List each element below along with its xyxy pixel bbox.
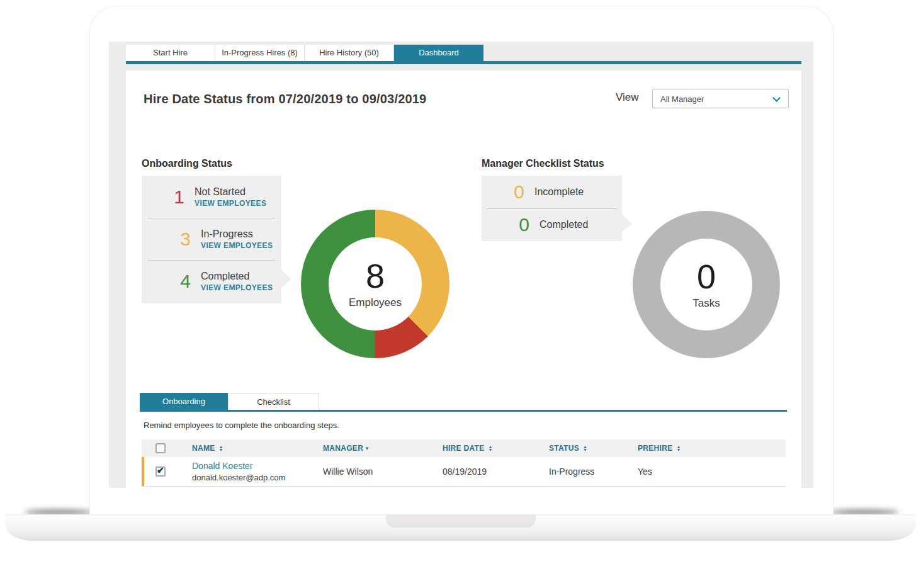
tab-in-progress-hires[interactable]: In-Progress Hires (8) [215, 45, 305, 61]
sort-desc-icon: ▼ [364, 446, 370, 451]
hire-date-cell: 08/19/2019 [430, 466, 536, 477]
tab-hire-history[interactable]: Hire History (50) [305, 45, 394, 61]
manager-checklist-callout: 0 Incomplete 0 Completed [482, 176, 622, 241]
column-header-status[interactable]: STATUS ▲▼ [536, 444, 625, 453]
completed-count: 4 [148, 271, 191, 292]
employees-donut-label: Employees [349, 297, 402, 309]
tasks-donut-label: Tasks [692, 297, 720, 310]
top-tab-bar: Start Hire In-Progress Hires (8) Hire Hi… [126, 45, 483, 61]
app-screen: Start Hire In-Progress Hires (8) Hire Hi… [109, 42, 813, 488]
laptop-base [5, 514, 916, 541]
tab-checklist[interactable]: Checklist [228, 393, 319, 410]
callout-arrow-icon [622, 215, 632, 232]
completed-label: Completed [201, 271, 273, 282]
onboarding-status-callout: 1 Not Started VIEW EMPLOYEES 3 In-Progre… [142, 176, 281, 303]
tab-underline [126, 61, 801, 64]
column-header-name[interactable]: NAME ▲▼ [179, 444, 310, 453]
manager-cell: Willie Wilson [310, 466, 430, 477]
column-header-prehire[interactable]: PREHIRE ▲▼ [625, 444, 786, 453]
lower-tab-underline [140, 410, 787, 412]
checklist-row-incomplete: 0 Incomplete [482, 176, 622, 208]
laptop-base-notch [386, 514, 536, 528]
dashboard-panel: Hire Date Status from 07/20/2019 to 09/0… [126, 71, 801, 488]
sort-icon: ▲▼ [488, 445, 492, 451]
tasks-donut-chart: 0 Tasks [633, 211, 780, 358]
sort-icon: ▲▼ [219, 445, 223, 451]
tab-dashboard[interactable]: Dashboard [394, 45, 483, 61]
prehire-cell: Yes [625, 466, 786, 477]
laptop-mockup: Start Hire In-Progress Hires (8) Hire Hi… [0, 0, 921, 588]
manager-view-dropdown[interactable]: All Manager [652, 89, 789, 108]
checklist-completed-label: Completed [540, 219, 588, 230]
column-header-manager[interactable]: MANAGER ▼ [310, 444, 430, 453]
checkmark-icon: ✔ [157, 465, 164, 475]
sort-icon: ▲▼ [583, 445, 587, 451]
name-cell: Donald Koester donald.koester@adp.com [179, 461, 310, 482]
lower-tab-bar: Onboarding Checklist [140, 393, 319, 410]
onboarding-status-heading: Onboarding Status [142, 158, 232, 169]
table-header-row: NAME ▲▼ MANAGER ▼ HIRE DATE ▲▼ STATUS ▲▼ [142, 439, 786, 457]
select-all-checkbox[interactable] [155, 443, 166, 453]
incomplete-count: 0 [482, 181, 524, 203]
incomplete-label: Incomplete [534, 186, 584, 198]
in-progress-count: 3 [148, 229, 191, 250]
employee-email: donald.koester@adp.com [192, 473, 310, 482]
chevron-down-icon [772, 94, 781, 102]
employees-donut-value: 8 [366, 259, 385, 293]
view-label: View [616, 91, 639, 104]
view-employees-link-not-started[interactable]: VIEW EMPLOYEES [195, 199, 266, 208]
manager-checklist-heading: Manager Checklist Status [482, 158, 604, 169]
column-header-hire-date[interactable]: HIRE DATE ▲▼ [430, 444, 536, 453]
onboarding-table: NAME ▲▼ MANAGER ▼ HIRE DATE ▲▼ STATUS ▲▼ [142, 439, 786, 487]
manager-view-selected-value: All Manager [660, 94, 704, 104]
table-row: ✔ Donald Koester donald.koester@adp.com … [142, 457, 786, 487]
tasks-donut-value: 0 [697, 259, 716, 293]
tab-onboarding[interactable]: Onboarding [140, 393, 228, 410]
in-progress-label: In-Progress [201, 229, 273, 240]
status-row-not-started: 1 Not Started VIEW EMPLOYEES [142, 176, 281, 218]
view-employees-link-in-progress[interactable]: VIEW EMPLOYEES [201, 241, 273, 250]
sort-icon: ▲▼ [676, 445, 681, 451]
checklist-row-completed: 0 Completed [487, 208, 617, 240]
employees-donut-chart: 8 Employees [301, 210, 449, 358]
status-cell: In-Progress [536, 466, 625, 477]
status-row-completed: 4 Completed VIEW EMPLOYEES [148, 260, 275, 302]
employee-name-link[interactable]: Donald Koester [192, 461, 310, 471]
status-row-in-progress: 3 In-Progress VIEW EMPLOYEES [148, 218, 275, 260]
page-title: Hire Date Status from 07/20/2019 to 09/0… [144, 92, 426, 106]
not-started-label: Not Started [195, 186, 266, 198]
callout-arrow-icon [281, 270, 291, 288]
view-employees-link-completed[interactable]: VIEW EMPLOYEES [201, 283, 273, 292]
row-checkbox-cell: ✔ [142, 466, 179, 477]
row-checkbox[interactable]: ✔ [155, 466, 166, 477]
row-status-stripe [142, 457, 144, 486]
checklist-completed-count: 0 [487, 214, 529, 235]
tab-start-hire[interactable]: Start Hire [126, 45, 215, 61]
not-started-count: 1 [142, 186, 184, 208]
select-all-checkbox-cell [142, 443, 179, 453]
remind-note: Remind employees to complete the onboard… [144, 421, 339, 430]
